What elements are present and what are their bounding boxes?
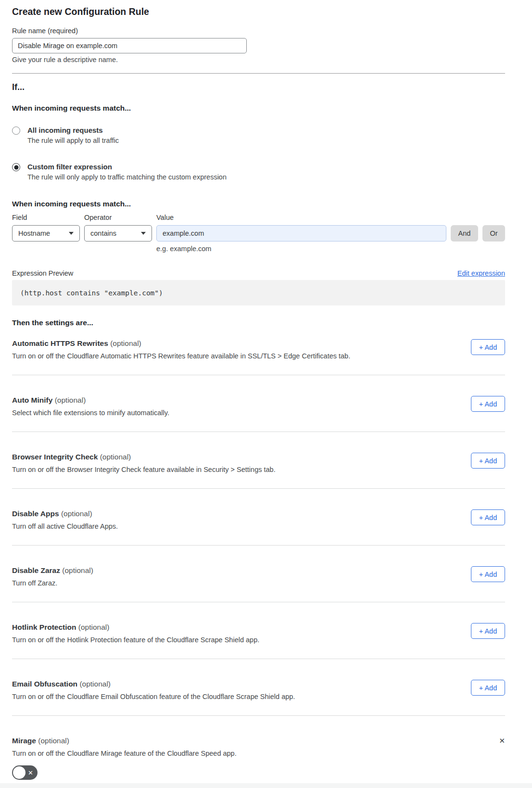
configuration-rule-form: Create new Configuration Rule Rule name … xyxy=(0,0,532,782)
add-button[interactable]: + Add xyxy=(471,509,505,525)
optional-suffix: (optional) xyxy=(100,453,131,461)
toggle-off-icon: ✕ xyxy=(28,770,33,776)
add-button[interactable]: + Add xyxy=(471,453,505,469)
setting-mirage: Mirage (optional) ✕ Turn on or off the C… xyxy=(12,716,505,782)
value-helper: e.g. example.com xyxy=(156,245,505,253)
builder-row: Hostname contains And Or xyxy=(12,225,505,241)
section-divider xyxy=(12,73,505,74)
setting-title: Auto Minify (optional) xyxy=(12,396,169,404)
setting-title: Mirage (optional) xyxy=(12,737,69,745)
chevron-down-icon xyxy=(141,232,146,235)
expression-builder-heading: When incoming requests match... xyxy=(12,200,505,208)
setting-description: Turn on or off the Hotlink Protection fe… xyxy=(12,636,259,644)
radio-unselected-icon[interactable] xyxy=(12,127,20,135)
field-select[interactable]: Hostname xyxy=(12,225,80,241)
setting-title: Disable Apps (optional) xyxy=(12,509,118,518)
then-settings-heading: Then the settings are... xyxy=(12,318,505,327)
optional-suffix: (optional) xyxy=(38,737,69,745)
optional-suffix: (optional) xyxy=(61,509,92,518)
radio-all-incoming-requests[interactable]: All incoming requests The rule will appl… xyxy=(12,126,505,144)
setting-disable-zaraz: Disable Zaraz (optional) Turn off Zaraz.… xyxy=(12,546,505,602)
setting-description: Turn on or off the Cloudflare Automatic … xyxy=(12,353,350,360)
radio-selected-icon[interactable] xyxy=(12,163,20,171)
edit-expression-link[interactable]: Edit expression xyxy=(457,269,505,277)
setting-email-obfuscation: Email Obfuscation (optional) Turn on or … xyxy=(12,659,505,716)
optional-suffix: (optional) xyxy=(110,339,141,347)
chevron-down-icon xyxy=(69,232,74,235)
mirage-toggle[interactable]: ✕ xyxy=(12,765,38,780)
setting-description: Turn on or off the Browser Integrity Che… xyxy=(12,466,276,473)
match-heading: When incoming requests match... xyxy=(12,104,505,112)
expression-preview-label: Expression Preview xyxy=(12,269,73,277)
setting-description: Turn off Zaraz. xyxy=(12,580,93,587)
radio-label: All incoming requests xyxy=(27,126,119,134)
add-button[interactable]: + Add xyxy=(471,339,505,355)
setting-auto-minify: Auto Minify (optional) Select which file… xyxy=(12,375,505,432)
operator-label: Operator xyxy=(84,214,156,221)
add-button[interactable]: + Add xyxy=(471,623,505,639)
radio-label: Custom filter expression xyxy=(27,163,227,171)
field-select-value: Hostname xyxy=(18,229,50,237)
rule-name-input[interactable] xyxy=(12,38,247,53)
setting-title: Browser Integrity Check (optional) xyxy=(12,453,276,461)
optional-suffix: (optional) xyxy=(79,680,111,688)
setting-disable-apps: Disable Apps (optional) Turn off all act… xyxy=(12,489,505,546)
rule-name-helper: Give your rule a descriptive name. xyxy=(12,56,505,64)
add-button[interactable]: + Add xyxy=(471,396,505,412)
optional-suffix: (optional) xyxy=(78,623,110,631)
operator-select[interactable]: contains xyxy=(84,225,152,241)
setting-title: Disable Zaraz (optional) xyxy=(12,566,93,574)
setting-description: Select which file extensions to minify a… xyxy=(12,409,169,417)
setting-description: Turn on or off the Cloudflare Email Obfu… xyxy=(12,693,295,700)
field-label: Field xyxy=(12,214,84,221)
radio-description: The rule will apply to all traffic xyxy=(27,137,119,144)
optional-suffix: (optional) xyxy=(62,566,93,574)
setting-description: Turn on or off the Cloudflare Mirage fea… xyxy=(12,750,505,757)
add-button[interactable]: + Add xyxy=(471,566,505,582)
operator-select-value: contains xyxy=(90,229,116,237)
close-icon[interactable]: ✕ xyxy=(499,737,505,745)
expression-preview-header: Expression Preview Edit expression xyxy=(12,269,505,277)
setting-title: Hotlink Protection (optional) xyxy=(12,623,259,631)
page-title: Create new Configuration Rule xyxy=(12,0,505,17)
bottom-edge-strip xyxy=(0,783,532,788)
and-button[interactable]: And xyxy=(451,225,478,241)
toggle-knob xyxy=(13,766,25,779)
or-button[interactable]: Or xyxy=(482,225,505,241)
setting-title: Automatic HTTPS Rewrites (optional) xyxy=(12,339,350,347)
builder-labels-row: Field Operator Value xyxy=(12,214,505,221)
setting-description: Turn off all active Cloudflare Apps. xyxy=(12,523,118,530)
setting-title: Email Obfuscation (optional) xyxy=(12,680,295,688)
value-label: Value xyxy=(156,214,174,221)
radio-description: The rule will only apply to traffic matc… xyxy=(27,173,227,181)
expression-code: (http.host contains "example.com") xyxy=(20,289,163,297)
setting-automatic-https-rewrites: Automatic HTTPS Rewrites (optional) Turn… xyxy=(12,327,505,375)
rule-name-label: Rule name (required) xyxy=(12,27,505,35)
setting-browser-integrity-check: Browser Integrity Check (optional) Turn … xyxy=(12,432,505,489)
add-button[interactable]: + Add xyxy=(471,680,505,696)
setting-hotlink-protection: Hotlink Protection (optional) Turn on or… xyxy=(12,602,505,659)
value-input[interactable] xyxy=(156,225,446,241)
expression-preview-box: (http.host contains "example.com") xyxy=(12,280,505,305)
if-heading: If... xyxy=(12,83,505,92)
radio-custom-filter-expression[interactable]: Custom filter expression The rule will o… xyxy=(12,163,505,181)
optional-suffix: (optional) xyxy=(55,396,86,404)
